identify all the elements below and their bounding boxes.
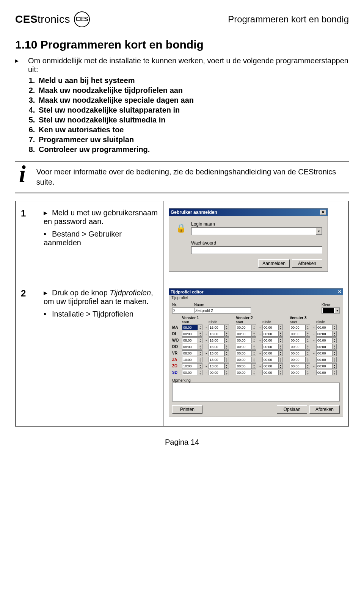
time-spinner[interactable]: ▲▼ xyxy=(224,350,229,356)
time-spinner[interactable]: ▲▼ xyxy=(224,363,229,369)
time-spinner[interactable]: ▲▼ xyxy=(224,344,229,350)
time-input[interactable] xyxy=(316,370,332,375)
time-input[interactable] xyxy=(236,337,252,343)
time-input[interactable] xyxy=(316,325,332,330)
time-input[interactable] xyxy=(209,370,224,375)
time-input[interactable] xyxy=(262,357,278,362)
time-input[interactable] xyxy=(290,325,306,330)
time-input[interactable] xyxy=(182,337,198,343)
time-input[interactable] xyxy=(290,331,306,337)
time-spinner[interactable]: ▲▼ xyxy=(332,370,337,375)
time-input[interactable] xyxy=(182,344,198,350)
time-input[interactable] xyxy=(290,357,306,362)
time-input[interactable] xyxy=(262,337,278,343)
time-input[interactable] xyxy=(236,325,252,330)
time-spinner[interactable]: ▲▼ xyxy=(198,350,202,356)
time-input[interactable] xyxy=(290,363,306,369)
time-spinner[interactable]: ▲▼ xyxy=(278,344,283,350)
time-spinner[interactable]: ▲▼ xyxy=(278,357,283,362)
time-input[interactable] xyxy=(182,357,198,362)
time-input[interactable] xyxy=(262,350,278,356)
time-input[interactable] xyxy=(316,350,332,356)
cancel-button[interactable]: Afbreken xyxy=(309,405,340,414)
time-spinner[interactable]: ▲▼ xyxy=(252,350,256,356)
time-input[interactable] xyxy=(209,344,224,350)
time-input[interactable] xyxy=(262,344,278,350)
time-input[interactable] xyxy=(236,344,252,350)
time-spinner[interactable]: ▲▼ xyxy=(198,357,202,362)
time-spinner[interactable]: ▲▼ xyxy=(306,370,310,375)
time-input[interactable] xyxy=(262,363,278,369)
time-spinner[interactable]: ▲▼ xyxy=(198,370,202,375)
time-spinner[interactable]: ▲▼ xyxy=(306,350,310,356)
cancel-button[interactable]: Afbreken xyxy=(292,259,322,268)
time-spinner[interactable]: ▲▼ xyxy=(224,370,229,375)
time-spinner[interactable]: ▲▼ xyxy=(332,331,337,337)
time-spinner[interactable]: ▲▼ xyxy=(306,344,310,350)
time-spinner[interactable]: ▲▼ xyxy=(278,363,283,369)
time-spinner[interactable]: ▲▼ xyxy=(332,350,337,356)
time-input[interactable] xyxy=(262,370,278,375)
time-spinner[interactable]: ▲▼ xyxy=(252,357,256,362)
dialog-menu[interactable]: Tijdprofiel xyxy=(169,295,343,301)
time-input[interactable] xyxy=(316,337,332,343)
time-input[interactable] xyxy=(182,370,198,375)
time-input[interactable] xyxy=(290,350,306,356)
time-spinner[interactable]: ▲▼ xyxy=(252,325,256,330)
time-input[interactable] xyxy=(182,331,198,337)
time-spinner[interactable]: ▲▼ xyxy=(332,344,337,350)
time-spinner[interactable]: ▲▼ xyxy=(278,337,283,343)
time-input[interactable] xyxy=(262,331,278,337)
time-spinner[interactable]: ▲▼ xyxy=(198,331,202,337)
time-spinner[interactable]: ▲▼ xyxy=(252,363,256,369)
time-input[interactable] xyxy=(316,357,332,362)
time-spinner[interactable]: ▲▼ xyxy=(278,331,283,337)
time-spinner[interactable]: ▲▼ xyxy=(224,357,229,362)
time-input[interactable] xyxy=(209,357,224,362)
time-input[interactable] xyxy=(209,363,224,369)
opmerking-textarea[interactable] xyxy=(172,383,340,401)
time-spinner[interactable]: ▲▼ xyxy=(332,325,337,330)
time-spinner[interactable]: ▲▼ xyxy=(278,350,283,356)
close-icon[interactable]: ✕ xyxy=(320,210,326,215)
login-button[interactable]: Aanmelden xyxy=(258,259,290,268)
time-spinner[interactable]: ▲▼ xyxy=(332,337,337,343)
chevron-down-icon[interactable]: ▼ xyxy=(335,308,339,313)
time-input[interactable] xyxy=(290,370,306,375)
time-input[interactable] xyxy=(236,363,252,369)
time-input[interactable] xyxy=(209,325,224,330)
login-name-input[interactable] xyxy=(191,227,322,235)
password-input[interactable] xyxy=(191,246,322,254)
time-input[interactable] xyxy=(316,363,332,369)
time-input[interactable] xyxy=(236,357,252,362)
time-spinner[interactable]: ▲▼ xyxy=(306,357,310,362)
time-input[interactable] xyxy=(290,337,306,343)
time-input[interactable] xyxy=(209,331,224,337)
time-spinner[interactable]: ▲▼ xyxy=(198,325,202,330)
time-input[interactable] xyxy=(236,331,252,337)
time-spinner[interactable]: ▲▼ xyxy=(252,337,256,343)
time-spinner[interactable]: ▲▼ xyxy=(306,337,310,343)
time-input[interactable] xyxy=(316,331,332,337)
kleur-picker[interactable]: ▼ xyxy=(322,307,340,314)
time-input[interactable] xyxy=(182,363,198,369)
time-input[interactable] xyxy=(209,337,224,343)
time-spinner[interactable]: ▲▼ xyxy=(306,325,310,330)
time-spinner[interactable]: ▲▼ xyxy=(252,344,256,350)
time-input[interactable] xyxy=(182,325,198,330)
time-spinner[interactable]: ▲▼ xyxy=(332,357,337,362)
chevron-down-icon[interactable]: ▼ xyxy=(316,228,322,235)
naam-input[interactable] xyxy=(194,307,251,314)
time-spinner[interactable]: ▲▼ xyxy=(252,370,256,375)
time-input[interactable] xyxy=(236,370,252,375)
time-input[interactable] xyxy=(236,350,252,356)
time-input[interactable] xyxy=(290,344,306,350)
time-spinner[interactable]: ▲▼ xyxy=(306,363,310,369)
time-spinner[interactable]: ▲▼ xyxy=(224,337,229,343)
time-spinner[interactable]: ▲▼ xyxy=(198,363,202,369)
time-spinner[interactable]: ▲▼ xyxy=(252,331,256,337)
time-spinner[interactable]: ▲▼ xyxy=(278,370,283,375)
print-button[interactable]: Printen xyxy=(172,405,202,414)
time-spinner[interactable]: ▲▼ xyxy=(278,325,283,330)
close-icon[interactable]: ✕ xyxy=(338,289,341,294)
